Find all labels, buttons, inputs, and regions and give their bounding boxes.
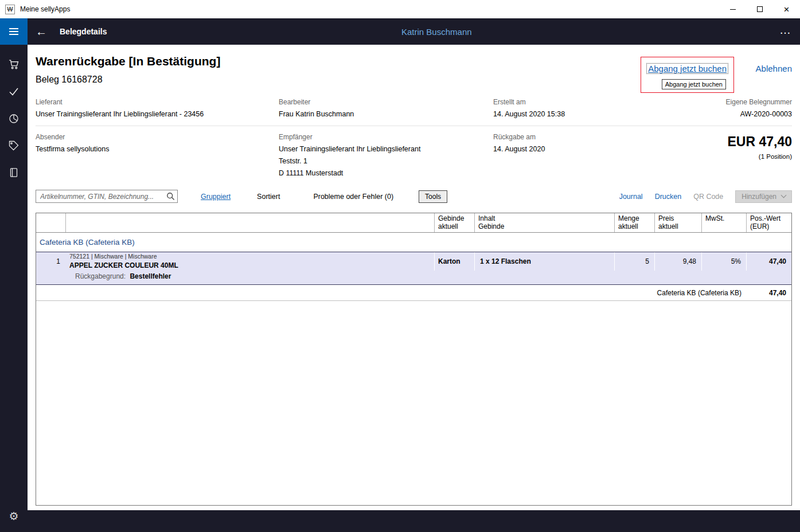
back-arrow-icon: ← (36, 25, 47, 38)
maximize-icon (757, 6, 763, 12)
reject-link[interactable]: Ablehnen (756, 64, 792, 73)
row-return-reason: Rückgabegrund: Bestellfehler (36, 271, 791, 285)
row-number: 1 (36, 252, 65, 271)
column-header-mwst[interactable]: MwSt. (701, 213, 746, 232)
cell-inhalt: 1 x 12 Flaschen (474, 252, 614, 271)
summary-label: Cafeteria KB (Cafeteria KB) (36, 289, 746, 297)
close-icon: × (784, 5, 790, 14)
toolbar-right: Journal Drucken QR Code Hinzufügen (619, 190, 792, 203)
hinzufuegen-button[interactable]: Hinzufügen (735, 190, 792, 203)
price-tag-icon (9, 140, 19, 151)
cell-preis: 9,48 (654, 252, 701, 271)
current-user-link[interactable]: Katrin Buschmann (401, 27, 472, 37)
close-button[interactable]: × (773, 0, 800, 18)
table-empty-area (36, 301, 791, 505)
positions-table: Gebinde aktuell Inhalt Gebinde Menge akt… (36, 213, 792, 506)
table-row[interactable]: 1 752121 | Mischware | Mischware APPEL Z… (36, 252, 791, 271)
info-eigene-belegnummer: Eigene Belegnummer AW-2020-00003 (726, 98, 792, 118)
row-description: 752121 | Mischware | Mischware APPEL ZUC… (65, 252, 434, 271)
positions-toolbar: Gruppiert Sortiert Probleme oder Fehler … (36, 190, 792, 203)
back-button[interactable]: ← (28, 18, 55, 45)
journal-link[interactable]: Journal (619, 193, 643, 201)
gear-icon: ⚙ (9, 511, 18, 522)
checkmark-icon (9, 87, 19, 97)
info-absender: Absender Testfirma sellysolutions (36, 133, 279, 177)
info-bearbeiter: Bearbeiter Frau Katrin Buschmann (279, 98, 493, 118)
page-title: Belegdetails (60, 27, 107, 36)
column-header-number (36, 213, 65, 232)
article-meta: 752121 | Mischware | Mischware (69, 253, 157, 260)
probleme-oder-fehler-link[interactable]: Probleme oder Fehler (0) (313, 193, 393, 201)
table-header-row: Gebinde aktuell Inhalt Gebinde Menge akt… (36, 213, 791, 233)
search-icon[interactable] (166, 192, 175, 203)
column-header-description (65, 213, 434, 232)
minimize-icon (730, 9, 736, 10)
book-outgoing-tooltip: Abgang jetzt buchen (662, 79, 726, 89)
column-header-pos-wert[interactable]: Pos.-Wert (EUR) (746, 213, 791, 232)
app-window: W Meine sellyApps × ← Belegdetails Katri… (0, 0, 800, 532)
sidebar-item-cart[interactable] (0, 51, 28, 78)
body-row: ⚙ Warenrückgabe [In Bestätigung] Beleg 1… (0, 45, 800, 532)
document-total: EUR 47,40 (1 Position) (727, 133, 792, 177)
group-header-row[interactable]: Cafeteria KB (Cafeteria KB) (36, 233, 791, 252)
maximize-button[interactable] (746, 0, 773, 18)
gruppiert-toggle[interactable]: Gruppiert (201, 193, 231, 201)
ellipsis-icon: … (779, 24, 791, 36)
total-amount: EUR 47,40 (727, 134, 792, 150)
info-rueckgabe-am: Rückgabe am 14. August 2020 (493, 133, 727, 177)
column-header-gebinde-aktuell[interactable]: Gebinde aktuell (434, 213, 474, 232)
search-input[interactable] (36, 190, 178, 203)
position-count: (1 Position) (727, 153, 792, 160)
window-controls: × (719, 0, 800, 18)
drucken-link[interactable]: Drucken (655, 193, 682, 201)
cart-icon (9, 59, 19, 70)
cell-menge: 5 (614, 252, 654, 271)
book-outgoing-link[interactable]: Abgang jetzt buchen (646, 63, 728, 74)
app-header: ← Belegdetails Katrin Buschmann … (0, 18, 800, 45)
chevron-down-icon (781, 193, 787, 198)
hamburger-icon (9, 28, 18, 29)
sidebar: ⚙ (0, 45, 28, 532)
column-header-inhalt-gebinde[interactable]: Inhalt Gebinde (474, 213, 614, 232)
app-logo-icon: W (5, 5, 15, 14)
catalog-book-icon (9, 167, 19, 178)
info-lieferant: Lieferant Unser Trainingslieferant Ihr L… (36, 98, 279, 118)
info-empfaenger: Empfänger Unser Trainingslieferant Ihr L… (279, 133, 493, 177)
sidebar-item-settings[interactable]: ⚙ (0, 503, 28, 530)
cell-pos-wert: 47,40 (746, 252, 791, 271)
info-erstellt-am: Erstellt am 14. August 2020 15:38 (493, 98, 726, 118)
page: Warenrückgabe [In Bestätigung] Beleg 161… (28, 45, 800, 510)
sidebar-item-statistics[interactable] (0, 105, 28, 132)
hamburger-menu-button[interactable] (0, 18, 28, 45)
titlebar: W Meine sellyApps × (0, 0, 800, 18)
column-header-preis-aktuell[interactable]: Preis aktuell (654, 213, 701, 232)
search-box (36, 190, 178, 203)
content-area: Warenrückgabe [In Bestätigung] Beleg 161… (28, 45, 800, 532)
group-summary-row: Cafeteria KB (Cafeteria KB) 47,40 (36, 285, 791, 301)
minimize-button[interactable] (719, 0, 746, 18)
document-info-row-2: Absender Testfirma sellysolutions Empfän… (36, 126, 792, 177)
sidebar-item-prices[interactable] (0, 132, 28, 159)
pie-chart-icon (9, 114, 19, 124)
sidebar-item-catalog[interactable] (0, 159, 28, 186)
sidebar-item-tasks[interactable] (0, 78, 28, 105)
more-options-button[interactable]: … (779, 24, 791, 37)
article-name: APPEL ZUCKER COULEUR 40ML (69, 261, 178, 269)
bottom-bar (28, 510, 800, 532)
cell-gebinde: Karton (434, 252, 474, 271)
window-title: Meine sellyApps (20, 5, 70, 13)
annotation-highlight-box: Abgang jetzt buchen Abgang jetzt buchen (641, 57, 734, 93)
column-header-menge-aktuell[interactable]: Menge aktuell (614, 213, 654, 232)
tools-button[interactable]: Tools (419, 190, 447, 203)
document-info-row-1: Lieferant Unser Trainingslieferant Ihr L… (36, 98, 792, 118)
summary-value: 47,40 (746, 289, 791, 297)
cell-mwst: 5% (701, 252, 746, 271)
qr-code-link[interactable]: QR Code (693, 193, 723, 201)
sortiert-toggle[interactable]: Sortiert (257, 193, 280, 201)
